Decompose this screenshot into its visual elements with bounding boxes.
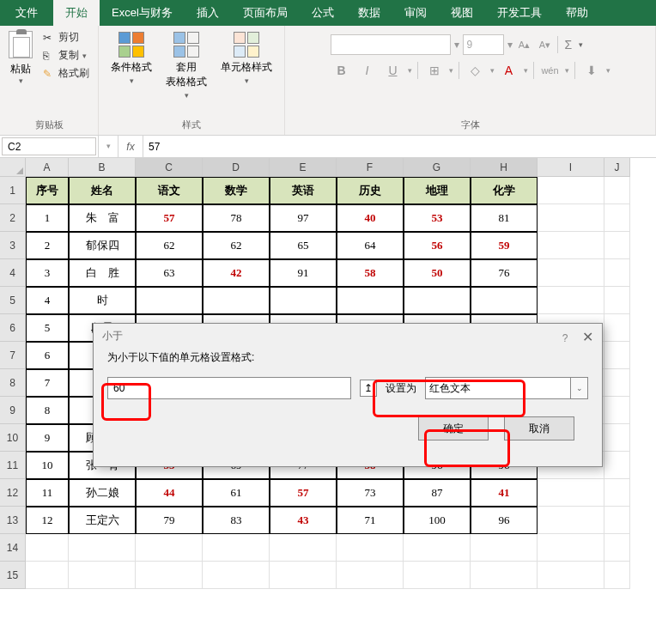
cell[interactable]	[26, 534, 69, 562]
conditional-format-button[interactable]: 条件格式 ▾	[106, 29, 157, 87]
table-format-button[interactable]: 套用 表格格式 ▾	[161, 29, 212, 101]
cell[interactable]	[604, 397, 630, 424]
cell[interactable]: 81	[471, 204, 538, 232]
cell[interactable]	[337, 287, 404, 314]
header-cell[interactable]: 地理	[404, 177, 471, 204]
cell[interactable]: 5	[26, 314, 69, 342]
cell[interactable]	[203, 287, 270, 314]
cell[interactable]: 10	[26, 452, 69, 479]
cell[interactable]	[604, 259, 630, 287]
format-painter-button[interactable]: ✎格式刷	[41, 65, 91, 82]
autosum-button[interactable]: Σ	[562, 36, 576, 53]
cell[interactable]	[471, 534, 538, 562]
font-size-select[interactable]	[463, 34, 504, 55]
cell[interactable]	[538, 259, 604, 287]
cell[interactable]: 76	[471, 259, 538, 287]
cell[interactable]	[604, 562, 630, 589]
row-header[interactable]: 10	[0, 424, 26, 452]
cell[interactable]: 91	[270, 259, 337, 287]
column-header[interactable]: F	[337, 158, 404, 177]
phonetic-button[interactable]: wén	[539, 60, 562, 81]
threshold-input[interactable]	[107, 377, 351, 399]
cell[interactable]	[604, 177, 630, 204]
cell[interactable]	[69, 562, 136, 589]
bold-button[interactable]: B	[331, 60, 353, 81]
fx-button[interactable]: fx	[118, 136, 143, 157]
border-button[interactable]: ⊞	[423, 60, 446, 81]
cell[interactable]	[604, 287, 630, 314]
column-header[interactable]: J	[604, 158, 630, 177]
tab-page-layout[interactable]: 页面布局	[231, 0, 300, 26]
cell[interactable]	[538, 507, 604, 534]
cell[interactable]: 83	[203, 507, 270, 534]
cell[interactable]: 2	[26, 232, 69, 259]
cell[interactable]: 71	[337, 507, 404, 534]
cell[interactable]	[538, 562, 604, 589]
tab-home[interactable]: 开始	[53, 0, 100, 26]
cell[interactable]: 87	[404, 479, 471, 507]
column-header[interactable]: D	[203, 158, 270, 177]
cell[interactable]: 朱 富	[69, 204, 136, 232]
row-header[interactable]: 8	[0, 369, 26, 397]
cell[interactable]: 4	[26, 287, 69, 314]
cell[interactable]	[404, 534, 471, 562]
cell[interactable]: 79	[136, 507, 203, 534]
dialog-close-button[interactable]: ✕	[582, 330, 593, 344]
row-header[interactable]: 4	[0, 259, 26, 287]
cell[interactable]	[136, 287, 203, 314]
tab-excel-finance[interactable]: Excel与财务	[100, 0, 185, 26]
cell[interactable]	[270, 534, 337, 562]
cell[interactable]	[604, 424, 630, 452]
cell[interactable]	[270, 562, 337, 589]
dialog-help-button[interactable]: ?	[562, 332, 568, 344]
ok-button[interactable]: 确定	[418, 416, 489, 440]
cell[interactable]	[136, 534, 203, 562]
column-header[interactable]: I	[538, 158, 604, 177]
column-header[interactable]: G	[404, 158, 471, 177]
increase-font-button[interactable]: A▴	[516, 36, 533, 53]
cell[interactable]: 40	[337, 204, 404, 232]
cell[interactable]	[270, 287, 337, 314]
header-cell[interactable]: 数学	[203, 177, 270, 204]
header-cell[interactable]: 历史	[337, 177, 404, 204]
header-cell[interactable]: 化学	[471, 177, 538, 204]
row-header[interactable]: 11	[0, 452, 26, 479]
formula-input[interactable]	[143, 136, 656, 157]
cell[interactable]: 50	[404, 259, 471, 287]
cell[interactable]: 时	[69, 287, 136, 314]
cell[interactable]	[604, 369, 630, 397]
cell[interactable]	[538, 177, 604, 204]
tab-review[interactable]: 审阅	[392, 0, 439, 26]
cell[interactable]: 44	[136, 479, 203, 507]
cell[interactable]	[538, 534, 604, 562]
cell[interactable]: 62	[203, 232, 270, 259]
cell[interactable]	[404, 562, 471, 589]
cell[interactable]: 42	[203, 259, 270, 287]
name-box-dropdown[interactable]: ▾	[98, 136, 118, 157]
row-header[interactable]: 2	[0, 204, 26, 232]
header-cell[interactable]: 序号	[26, 177, 69, 204]
header-cell[interactable]: 语文	[136, 177, 203, 204]
header-cell[interactable]: 姓名	[69, 177, 136, 204]
cell[interactable]	[538, 204, 604, 232]
cell[interactable]: 53	[404, 204, 471, 232]
fill-button[interactable]: ⬇	[580, 60, 603, 81]
cell[interactable]: 12	[26, 507, 69, 534]
cell[interactable]: 78	[203, 204, 270, 232]
cell[interactable]: 57	[270, 479, 337, 507]
cell[interactable]: 59	[471, 232, 538, 259]
cell[interactable]	[604, 479, 630, 507]
cell[interactable]: 3	[26, 259, 69, 287]
tab-data[interactable]: 数据	[346, 0, 392, 26]
cell[interactable]	[604, 342, 630, 369]
row-header[interactable]: 12	[0, 479, 26, 507]
cell[interactable]	[538, 232, 604, 259]
cell[interactable]	[337, 534, 404, 562]
cell[interactable]	[136, 562, 203, 589]
cell[interactable]	[203, 562, 270, 589]
fill-color-button[interactable]: ◇	[465, 60, 487, 81]
cell[interactable]: 8	[26, 397, 69, 424]
cell[interactable]: 王定六	[69, 507, 136, 534]
tab-file[interactable]: 文件	[0, 0, 53, 26]
select-all-button[interactable]	[0, 158, 26, 177]
